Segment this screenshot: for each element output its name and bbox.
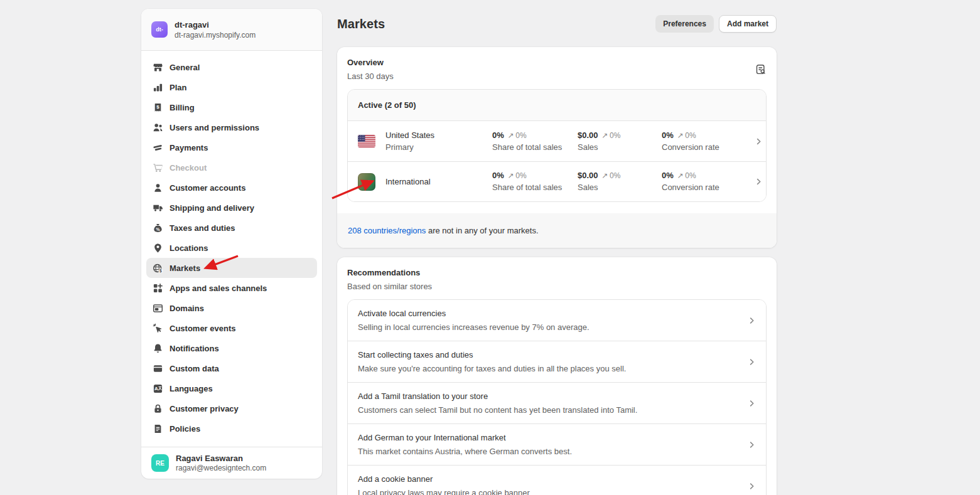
chevron-right-icon: [748, 358, 756, 366]
bell-icon: [153, 343, 163, 354]
market-stat: 0% ↗ 0% Share of total sales: [492, 130, 578, 152]
report-search-icon: [755, 63, 767, 76]
plan-icon: [153, 82, 163, 93]
sidebar-item-checkout[interactable]: Checkout: [146, 157, 317, 178]
apps-icon: [153, 283, 163, 294]
market-name: International: [385, 176, 492, 187]
trend-up-icon: ↗: [602, 131, 608, 140]
sidebar-item-languages[interactable]: Languages: [146, 378, 317, 398]
user-email: ragavi@wedesigntech.com: [176, 464, 266, 473]
sidebar-item-customer-events[interactable]: Customer events: [146, 318, 317, 338]
policy-doc-icon: [153, 423, 163, 434]
sidebar-item-label: Policies: [170, 424, 200, 434]
sidebar-item-label: Custom data: [170, 364, 219, 373]
translate-icon: [153, 383, 163, 394]
add-market-button[interactable]: Add market: [719, 15, 777, 33]
sidebar-item-custom-data[interactable]: Custom data: [146, 358, 317, 378]
market-stat: 0% ↗ 0% Share of total sales: [492, 171, 578, 193]
sidebar-item-label: Apps and sales channels: [170, 284, 267, 293]
sidebar-item-taxes-and-duties[interactable]: Taxes and duties: [146, 218, 317, 238]
market-stat: 0% ↗ 0% Conversion rate: [662, 171, 755, 193]
recommendation-description: Local privacy laws may require a cookie …: [358, 488, 738, 495]
sidebar-item-notifications[interactable]: Notifications: [146, 338, 317, 358]
recommendation-add-german-to-your-international-market[interactable]: Add German to your International market …: [348, 423, 766, 465]
sidebar-item-label: Customer events: [170, 324, 235, 333]
sidebar-item-general[interactable]: General: [146, 57, 317, 77]
active-markets-rows: United States Primary 0% ↗ 0% Share of t…: [348, 121, 766, 201]
sidebar-item-billing[interactable]: Billing: [146, 97, 317, 117]
sidebar-item-label: Shipping and delivery: [170, 203, 254, 213]
recommendation-description: Make sure you're accounting for taxes an…: [358, 364, 738, 374]
trend-up-icon: ↗: [508, 171, 514, 180]
sidebar-item-markets[interactable]: Markets: [146, 258, 317, 278]
chevron-right-icon: [748, 440, 756, 449]
stat-label: Share of total sales: [492, 142, 578, 152]
sidebar-item-customer-privacy[interactable]: Customer privacy: [146, 398, 317, 418]
cart-icon: [153, 162, 163, 173]
settings-sidebar: dt- dt-ragavi dt-ragavi.myshopify.com Ge…: [141, 9, 322, 479]
trend-up-icon: ↗: [677, 131, 684, 140]
market-stat: $0.00 ↗ 0% Sales: [578, 130, 662, 152]
market-row-united-states[interactable]: United States Primary 0% ↗ 0% Share of t…: [348, 121, 766, 161]
recommendation-start-collecting-taxes-and-duties[interactable]: Start collecting taxes and duties Make s…: [348, 341, 766, 382]
recommendation-add-a-cookie-banner[interactable]: Add a cookie banner Local privacy laws m…: [348, 465, 766, 495]
overview-footer: 208 countries/regions are not in any of …: [337, 213, 777, 248]
cursor-click-icon: [153, 323, 163, 334]
chevron-right-icon: [755, 178, 763, 186]
sidebar-item-locations[interactable]: Locations: [146, 238, 317, 258]
sidebar-item-label: Languages: [170, 384, 213, 393]
sidebar-item-label: Notifications: [170, 344, 219, 353]
sidebar-item-label: Billing: [170, 103, 195, 112]
overview-card: Overview Last 30 days Active (2 of 50) U: [337, 47, 777, 248]
recommendations-list: Activate local currencies Selling in loc…: [347, 299, 767, 495]
chevron-right-icon: [748, 316, 756, 324]
stat-value: 0%: [492, 171, 504, 180]
stat-value: $0.00: [578, 130, 598, 140]
stat-value: 0%: [492, 130, 504, 140]
sidebar-item-shipping-and-delivery[interactable]: Shipping and delivery: [146, 198, 317, 218]
recommendation-title: Add a Tamil translation to your store: [358, 391, 738, 402]
stat-label: Sales: [578, 183, 662, 193]
lock-icon: [153, 403, 163, 414]
sidebar-item-label: Taxes and duties: [170, 223, 235, 233]
markets-settings-content: Markets Preferences Add market Overview …: [337, 0, 777, 495]
location-pin-icon: [153, 243, 163, 253]
preferences-button[interactable]: Preferences: [655, 15, 714, 33]
overview-footer-text: are not in any of your markets.: [426, 226, 538, 235]
market-row-international[interactable]: IN International 0% ↗ 0% Share of total …: [348, 161, 766, 201]
active-markets-header: Active (2 of 50): [348, 90, 766, 121]
store-avatar: dt-: [151, 21, 168, 38]
sidebar-item-policies[interactable]: Policies: [146, 418, 317, 439]
sidebar-item-domains[interactable]: Domains: [146, 298, 317, 318]
settings-nav: General Plan Billing Users and permissio…: [141, 51, 322, 447]
market-stat: 0% ↗ 0% Conversion rate: [662, 130, 755, 152]
sidebar-item-label: Plan: [170, 83, 186, 92]
stat-label: Conversion rate: [662, 142, 755, 152]
recommendation-activate-local-currencies[interactable]: Activate local currencies Selling in loc…: [348, 300, 766, 341]
sidebar-item-label: Markets: [170, 263, 200, 273]
sidebar-item-label: General: [170, 63, 200, 72]
sidebar-item-payments[interactable]: Payments: [146, 137, 317, 157]
recommendation-title: Start collecting taxes and duties: [358, 349, 738, 360]
recommendation-description: Selling in local currencies increases re…: [358, 322, 738, 333]
sidebar-item-customer-accounts[interactable]: Customer accounts: [146, 178, 317, 198]
stat-value: 0%: [662, 130, 674, 140]
recommendation-add-a-tamil-translation-to-your-store[interactable]: Add a Tamil translation to your store Cu…: [348, 382, 766, 423]
overview-subtitle: Last 30 days: [347, 72, 767, 82]
countries-regions-link[interactable]: 208 countries/regions: [348, 226, 426, 235]
store-header: dt- dt-ragavi dt-ragavi.myshopify.com: [141, 9, 322, 51]
recommendation-title: Activate local currencies: [358, 308, 738, 319]
view-report-button[interactable]: [755, 63, 767, 76]
sidebar-item-users-and-permissions[interactable]: Users and permissions: [146, 117, 317, 137]
market-name: United States: [385, 130, 492, 141]
sidebar-item-apps-and-sales-channels[interactable]: Apps and sales channels: [146, 278, 317, 298]
market-stat: $0.00 ↗ 0% Sales: [578, 171, 662, 193]
store-name: dt-ragavi: [175, 19, 256, 30]
trend-up-icon: ↗: [508, 131, 514, 140]
stat-value: $0.00: [578, 171, 598, 180]
stat-label: Conversion rate: [662, 183, 755, 193]
stat-label: Sales: [578, 142, 662, 152]
sidebar-item-label: Customer accounts: [170, 183, 245, 193]
sidebar-item-plan[interactable]: Plan: [146, 77, 317, 97]
store-icon: [153, 62, 163, 73]
